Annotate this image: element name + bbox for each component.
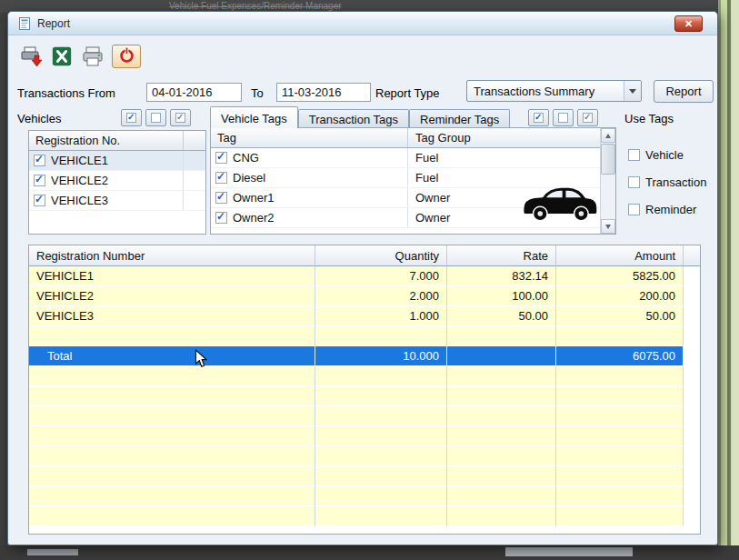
tags-uncheck-all-button[interactable] [553, 109, 574, 126]
vehicle-name: VEHICLE3 [51, 194, 108, 207]
tags-check-all-button[interactable] [528, 109, 549, 126]
print-button[interactable] [79, 45, 106, 70]
total-row[interactable]: Total 10.000 6075.00 [29, 346, 700, 366]
rate-cell: 100.00 [447, 286, 556, 306]
vehicle-use-checkbox[interactable] [628, 149, 640, 161]
filler-cell [684, 266, 700, 286]
amount-header: Amount [556, 245, 684, 266]
report-type-value: Transactions Summary [467, 85, 624, 98]
scroll-up-icon[interactable] [601, 128, 615, 143]
empty-row [29, 386, 700, 406]
export-excel-button[interactable] [48, 45, 75, 70]
empty-row [29, 366, 700, 386]
printer-export-icon [19, 45, 43, 71]
tag-checkbox[interactable] [215, 152, 227, 164]
vehicles-check-all-button[interactable] [121, 109, 142, 126]
rate-cell: 50.00 [447, 306, 556, 326]
export-report-button[interactable] [17, 45, 45, 70]
power-icon [118, 46, 135, 66]
report-type-label: Report Type [375, 86, 440, 100]
report-table-header[interactable]: Registration Number Quantity Rate Amount [29, 245, 700, 266]
transactions-from-label: Transactions From [17, 86, 115, 100]
report-dialog: Report ✕ [7, 11, 718, 545]
tab-vehicle-tags[interactable]: Vehicle Tags [210, 106, 298, 128]
gray-checked-box-icon [583, 113, 593, 123]
scroll-down-icon[interactable] [601, 219, 615, 234]
tab-reminder-tags[interactable]: Reminder Tags [409, 109, 510, 128]
from-date-input[interactable] [146, 83, 242, 102]
tag-checkbox[interactable] [215, 212, 227, 224]
vehicle-row[interactable]: VEHICLE3 [29, 191, 205, 211]
tags-scrollbar[interactable] [600, 128, 615, 234]
filler-cell [684, 346, 700, 366]
vehicle-row[interactable]: VEHICLE1 [29, 151, 205, 171]
rate-cell: 832.14 [447, 266, 556, 286]
reminder-use-checkbox[interactable] [628, 204, 640, 215]
vehicles-uncheck-all-button[interactable] [145, 109, 166, 126]
registration-number-header: Registration Number [29, 245, 315, 266]
to-date-input[interactable] [276, 83, 371, 102]
report-type-select[interactable]: Transactions Summary [466, 80, 642, 102]
car-icon [515, 172, 601, 231]
tags-grid-header[interactable]: Tag Tag Group [211, 128, 615, 148]
registration-cell: VEHICLE2 [29, 286, 315, 306]
close-button[interactable]: ✕ [674, 15, 703, 32]
tag-row[interactable]: CNG Fuel [211, 148, 615, 168]
tag-checkbox[interactable] [215, 172, 227, 184]
gray-checked-box-icon [175, 113, 185, 123]
report-table: Registration Number Quantity Rate Amount… [28, 245, 701, 535]
tags-invert-check-button[interactable] [577, 109, 598, 126]
table-row[interactable]: VEHICLE1 7.000 832.14 5825.00 [29, 266, 700, 286]
report-button[interactable]: Report [654, 80, 714, 103]
amount-cell: 200.00 [556, 286, 684, 306]
vehicle-checkbox[interactable] [34, 175, 45, 186]
to-label: To [251, 86, 264, 100]
empty-row [29, 406, 700, 426]
exit-button[interactable] [112, 45, 141, 68]
window-title: Report [37, 17, 70, 30]
amount-cell: 50.00 [556, 306, 684, 326]
tag-name: Owner2 [233, 211, 275, 225]
use-tags-transaction-option[interactable]: Transaction [628, 175, 706, 189]
use-tags-reminder-option[interactable]: Reminder [628, 203, 696, 216]
reminder-use-label: Reminder [645, 203, 696, 216]
vehicle-row[interactable]: VEHICLE2 [29, 171, 205, 191]
tag-name: Owner1 [233, 191, 275, 205]
vehicle-name: VEHICLE1 [51, 154, 108, 167]
registration-cell: VEHICLE3 [29, 306, 315, 326]
table-row[interactable]: VEHICLE2 2.000 100.00 200.00 [29, 286, 700, 306]
quantity-cell: 2.000 [315, 286, 447, 306]
empty-row [29, 326, 700, 346]
filler-cell [684, 286, 700, 306]
tag-group-column-header: Tag Group [408, 131, 615, 145]
scrollbar-thumb[interactable] [601, 144, 615, 175]
total-quantity: 10.000 [315, 346, 447, 366]
title-bar[interactable]: Report ✕ [8, 12, 717, 35]
tag-group: Fuel [408, 151, 615, 165]
rate-header: Rate [447, 245, 556, 266]
transaction-use-checkbox[interactable] [628, 176, 640, 188]
vehicle-checkbox[interactable] [34, 155, 45, 166]
use-tags-vehicle-option[interactable]: Vehicle [628, 148, 684, 162]
empty-row [29, 506, 700, 526]
vehicle-use-label: Vehicle [645, 148, 684, 162]
amount-cell: 5825.00 [556, 266, 684, 286]
background-window-edge [718, 0, 739, 560]
tag-checkbox[interactable] [215, 192, 227, 204]
background-window-title: Vehicle Fuel Expenses/Reminder Manager [169, 1, 342, 11]
background-window-fragment [27, 549, 78, 555]
quantity-cell: 7.000 [315, 266, 447, 286]
tab-transaction-tags[interactable]: Transaction Tags [298, 109, 409, 128]
vehicles-invert-check-button[interactable] [170, 109, 191, 126]
vehicle-checkbox[interactable] [34, 195, 45, 206]
registration-cell: VEHICLE1 [29, 266, 315, 286]
report-button-label: Report [665, 85, 701, 98]
tag-tabs: Vehicle Tags Transaction Tags Reminder T… [210, 107, 510, 128]
vehicles-grid-header[interactable]: Registration No. [29, 131, 205, 151]
vehicle-name: VEHICLE2 [51, 174, 108, 187]
table-row[interactable]: VEHICLE3 1.000 50.00 50.00 [29, 306, 700, 326]
filler-cell [684, 306, 700, 326]
quantity-header: Quantity [315, 245, 447, 266]
vehicles-label: Vehicles [17, 112, 61, 125]
registration-no-header: Registration No. [29, 131, 184, 150]
